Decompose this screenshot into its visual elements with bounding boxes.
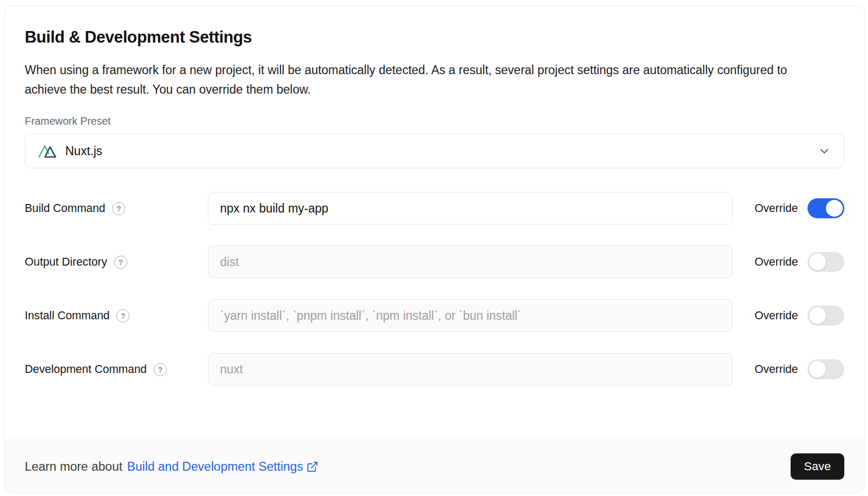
development-command-label: Development Command (25, 363, 147, 376)
framework-preset-label: Framework Preset (25, 115, 844, 127)
development-command-input-wrap (208, 353, 733, 386)
external-link-icon (306, 461, 318, 473)
install-command-override-group: Override (755, 306, 844, 326)
chevron-down-icon (817, 144, 831, 158)
toggle-knob (826, 200, 843, 217)
install-command-input (208, 299, 733, 332)
install-command-label-group: Install Command ? (25, 309, 208, 322)
learn-more-text: Learn more about Build and Development S… (25, 460, 318, 474)
output-directory-override-toggle[interactable] (807, 252, 844, 272)
development-command-override-toggle[interactable] (807, 359, 844, 379)
help-icon[interactable]: ? (114, 256, 127, 269)
build-command-override-group: Override (755, 198, 844, 218)
card-body: Build & Development Settings When using … (5, 6, 864, 440)
nuxt-logo-icon (38, 144, 57, 158)
build-settings-card: Build & Development Settings When using … (4, 5, 865, 493)
save-button[interactable]: Save (791, 453, 844, 480)
override-label: Override (755, 309, 798, 322)
help-icon[interactable]: ? (116, 309, 129, 322)
build-command-row: Build Command ? Override (25, 192, 844, 225)
toggle-knob (809, 307, 826, 324)
build-command-label: Build Command (25, 202, 105, 215)
override-label: Override (755, 256, 798, 269)
install-command-input-wrap (208, 299, 733, 332)
development-command-row: Development Command ? Override (25, 353, 844, 386)
build-settings-docs-link[interactable]: Build and Development Settings (127, 460, 318, 474)
settings-description: When using a framework for a new project… (25, 60, 793, 99)
card-footer: Learn more about Build and Development S… (5, 440, 864, 493)
install-command-override-toggle[interactable] (807, 306, 844, 326)
build-command-input-wrap (208, 192, 733, 225)
help-icon[interactable]: ? (112, 202, 125, 215)
override-label: Override (755, 363, 798, 376)
install-command-label: Install Command (25, 309, 109, 322)
development-command-label-group: Development Command ? (25, 363, 208, 376)
docs-link-text: Build and Development Settings (127, 460, 303, 474)
output-directory-label: Output Directory (25, 256, 107, 269)
build-command-input[interactable] (208, 192, 733, 225)
output-directory-input-wrap (208, 246, 733, 278)
page-title: Build & Development Settings (25, 28, 844, 47)
output-directory-input (208, 246, 733, 278)
framework-selected-value: Nuxt.js (65, 144, 102, 158)
override-label: Override (755, 202, 798, 215)
help-icon[interactable]: ? (154, 363, 167, 376)
development-command-input (208, 353, 733, 386)
output-directory-label-group: Output Directory ? (25, 256, 208, 269)
development-command-override-group: Override (755, 359, 844, 379)
install-command-row: Install Command ? Override (25, 299, 844, 332)
toggle-knob (809, 254, 826, 270)
build-command-label-group: Build Command ? (25, 202, 208, 215)
output-directory-override-group: Override (755, 252, 844, 272)
framework-preset-select[interactable]: Nuxt.js (25, 134, 844, 168)
build-command-override-toggle[interactable] (807, 198, 844, 218)
toggle-knob (809, 361, 826, 378)
output-directory-row: Output Directory ? Override (25, 246, 844, 278)
learn-more-prefix: Learn more about (25, 460, 123, 474)
